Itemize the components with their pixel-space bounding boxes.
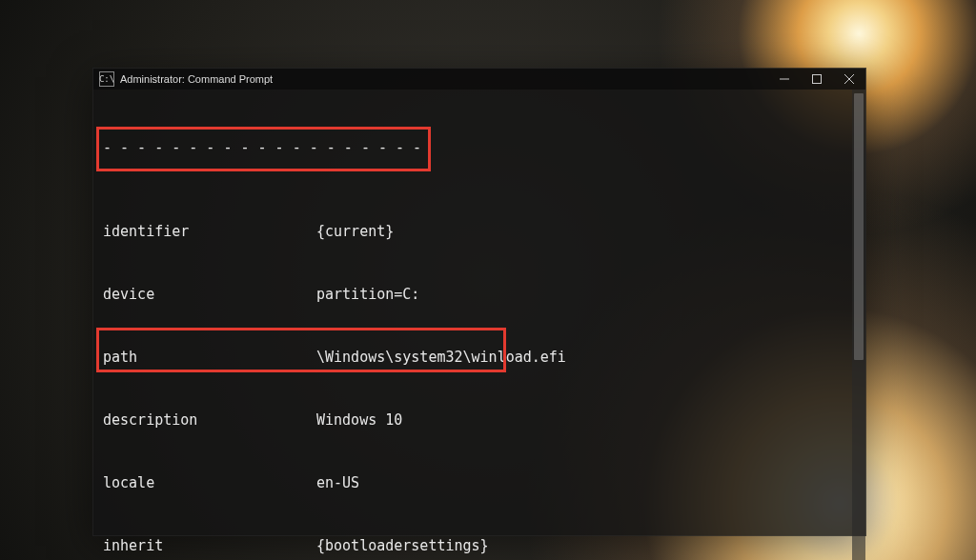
output-key: device xyxy=(103,284,316,305)
close-icon xyxy=(844,74,854,84)
output-key: identifier xyxy=(103,221,316,242)
minimize-button[interactable] xyxy=(768,69,801,90)
output-value: {current} xyxy=(316,221,856,242)
command-prompt-window: C:\ Administrator: Command Prompt - - - … xyxy=(92,68,866,536)
output-row: identifier{current} xyxy=(103,221,856,242)
separator-line: - - - - - - - - - - - - - - - - - - - xyxy=(103,137,856,158)
window-title: Administrator: Command Prompt xyxy=(120,73,273,85)
output-key: path xyxy=(103,347,316,368)
desktop-background: C:\ Administrator: Command Prompt - - - … xyxy=(0,0,976,560)
maximize-icon xyxy=(812,74,822,84)
minimize-icon xyxy=(780,74,789,84)
output-row: inherit{bootloadersettings} xyxy=(103,535,856,556)
output-key: description xyxy=(103,410,316,430)
output-key: locale xyxy=(103,472,316,493)
output-key: inherit xyxy=(103,535,316,556)
output-row: descriptionWindows 10 xyxy=(103,410,856,430)
vertical-scrollbar[interactable] xyxy=(852,90,865,560)
output-row: devicepartition=C: xyxy=(103,284,856,305)
app-icon: C:\ xyxy=(99,71,114,87)
svg-rect-0 xyxy=(813,75,822,84)
output-value: en-US xyxy=(316,472,856,493)
output-value: \Windows\system32\winload.efi xyxy=(316,347,856,368)
scrollbar-thumb[interactable] xyxy=(854,93,864,360)
output-value: Windows 10 xyxy=(316,410,856,430)
titlebar[interactable]: C:\ Administrator: Command Prompt xyxy=(93,69,865,90)
output-value: partition=C: xyxy=(316,284,856,305)
output-value: {bootloadersettings} xyxy=(316,535,856,556)
output-row: localeen-US xyxy=(103,472,856,493)
terminal-output[interactable]: - - - - - - - - - - - - - - - - - - - id… xyxy=(93,90,865,560)
output-row: path\Windows\system32\winload.efi xyxy=(103,347,856,368)
close-button[interactable] xyxy=(833,69,865,90)
maximize-button[interactable] xyxy=(801,69,833,90)
